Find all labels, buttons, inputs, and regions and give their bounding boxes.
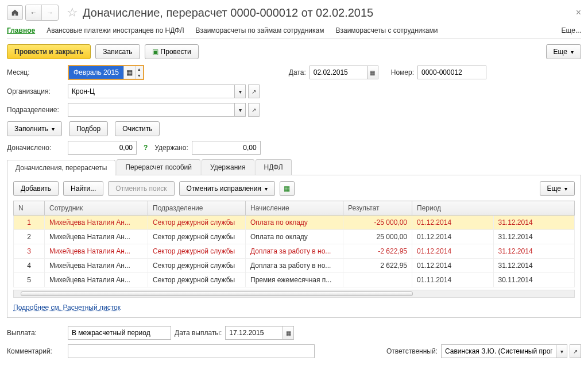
cell-n: 5 (14, 273, 45, 287)
table-row[interactable]: 1Михейцева Наталия Ан...Сектор дежурной … (14, 216, 575, 230)
find-button[interactable]: Найти... (63, 181, 103, 196)
cell-p2: 31.12.2014 (493, 244, 575, 259)
payout-date-input[interactable] (225, 326, 283, 340)
cell-p2: 31.12.2014 (493, 230, 575, 244)
cell-p1: 01.12.2014 (412, 244, 494, 259)
table-row[interactable]: 4Михейцева Наталия Ан...Сектор дежурной … (14, 259, 575, 273)
org-label: Организация: (7, 87, 64, 95)
cell-n: 1 (14, 216, 45, 230)
save-button[interactable]: Записать (95, 44, 140, 59)
close-button[interactable]: × (576, 7, 581, 18)
date-calendar-button[interactable]: ▦ (367, 66, 378, 79)
cell-dep: Сектор дежурной службы (148, 230, 246, 244)
month-up[interactable]: ▲ (135, 66, 143, 72)
cell-emp: Михейцева Наталия Ан... (45, 273, 148, 287)
calendar-icon[interactable]: ▦ (123, 66, 135, 79)
dep-input[interactable] (68, 103, 234, 117)
home-button[interactable] (7, 5, 23, 20)
more-button[interactable]: Еще▾ (546, 44, 581, 59)
th-res[interactable]: Результат (343, 201, 412, 216)
comment-input[interactable] (68, 344, 315, 358)
chevron-down-icon: ▾ (265, 186, 268, 192)
accrued-input[interactable] (68, 141, 137, 155)
post-button[interactable]: ▣ Провести (145, 44, 199, 59)
cell-dep: Сектор дежурной службы (148, 273, 246, 287)
arrow-left-icon: ← (30, 9, 37, 17)
th-nach[interactable]: Начисление (246, 201, 343, 216)
responsible-label: Ответственный: (386, 347, 438, 355)
back-button[interactable]: ← (26, 5, 42, 20)
tab-main[interactable]: Главное (7, 26, 35, 34)
accrued-label: Доначислено: (7, 144, 64, 152)
chevron-down-icon: ▾ (571, 49, 574, 55)
cancel-fix-button[interactable]: Отменить исправления▾ (179, 181, 275, 196)
cell-nach: Доплата за работу в но... (246, 244, 343, 259)
withheld-label: Удержано: (154, 144, 188, 152)
home-icon (11, 9, 19, 17)
org-open[interactable]: ↗ (248, 85, 260, 98)
th-per[interactable]: Период (412, 201, 575, 216)
dep-open[interactable]: ↗ (248, 103, 260, 117)
payout-input[interactable] (68, 326, 171, 340)
tab-advance[interactable]: Авансовые платежи иностранцев по НДФЛ (47, 26, 184, 34)
org-input[interactable] (68, 85, 234, 98)
cell-nach: Доплата за работу в но... (246, 259, 343, 273)
th-emp[interactable]: Сотрудник (45, 201, 148, 216)
tab-loans[interactable]: Взаиморасчеты по займам сотрудникам (196, 26, 324, 34)
cell-res: -25 000,00 (343, 216, 412, 230)
clear-button[interactable]: Очистить (115, 121, 160, 136)
table-icon: ▦ (284, 185, 290, 193)
comment-label: Комментарий: (7, 347, 64, 355)
cell-n: 4 (14, 259, 45, 273)
cell-n: 2 (14, 230, 45, 244)
post-and-close-button[interactable]: Провести и закрыть (7, 44, 91, 59)
page-title: Доначисление, перерасчет 0000-000012 от … (83, 6, 373, 20)
payout-date-label: Дата выплаты: (175, 329, 222, 337)
th-dep[interactable]: Подразделение (148, 201, 246, 216)
chevron-down-icon: ▾ (52, 126, 55, 132)
star-icon[interactable]: ☆ (67, 5, 78, 20)
cancel-find-button: Отменить поиск (108, 181, 174, 196)
chevron-down-icon: ▾ (564, 186, 567, 192)
th-n[interactable]: N (14, 201, 45, 216)
payout-date-calendar[interactable]: ▦ (283, 326, 294, 340)
payslip-link[interactable]: Подробнее см. Расчетный листок (13, 304, 121, 312)
cell-p1: 01.11.2014 (412, 273, 494, 287)
table-row[interactable]: 2Михейцева Наталия Ан...Сектор дежурной … (14, 230, 575, 244)
stab-ndfl[interactable]: НДФЛ (256, 159, 292, 175)
stab-withhold[interactable]: Удержания (202, 159, 254, 175)
stab-accruals[interactable]: Доначисления, перерасчеты (7, 160, 115, 175)
month-picker[interactable]: Февраль 2015 ▦ ▲ ▼ (68, 65, 144, 80)
cell-dep: Сектор дежурной службы (148, 259, 246, 273)
cell-p2: 30.11.2014 (493, 273, 575, 287)
date-input[interactable] (310, 66, 367, 79)
stab-benefits[interactable]: Перерасчет пособий (117, 159, 200, 175)
table-row[interactable]: 5Михейцева Наталия Ан...Сектор дежурной … (14, 273, 575, 287)
cell-nach: Оплата по окладу (246, 216, 343, 230)
org-dropdown[interactable]: ▾ (234, 85, 246, 98)
withheld-input[interactable] (192, 141, 261, 155)
responsible-dropdown[interactable]: ▾ (556, 344, 567, 358)
table-settings-button[interactable]: ▦ (280, 181, 295, 196)
number-input[interactable] (417, 66, 486, 79)
tab-employees[interactable]: Взаиморасчеты с сотрудниками (335, 26, 438, 34)
cell-p1: 01.12.2014 (412, 230, 494, 244)
cell-p1: 01.12.2014 (412, 259, 494, 273)
responsible-open[interactable]: ↗ (570, 344, 581, 358)
horizontal-scrollbar[interactable] (13, 290, 575, 298)
add-button[interactable]: Добавить (13, 181, 59, 196)
help-button[interactable]: ? (144, 144, 148, 152)
cell-dep: Сектор дежурной службы (148, 216, 246, 230)
table-row[interactable]: 3Михейцева Наталия Ан...Сектор дежурной … (14, 244, 575, 259)
scrollbar-thumb[interactable] (21, 291, 413, 296)
fill-button[interactable]: Заполнить▾ (7, 121, 62, 136)
cell-emp: Михейцева Наталия Ан... (45, 216, 148, 230)
cell-res: 25 000,00 (343, 230, 412, 244)
month-down[interactable]: ▼ (135, 72, 143, 79)
tab-more[interactable]: Еще... (562, 26, 581, 34)
dep-dropdown[interactable]: ▾ (234, 103, 246, 117)
responsible-input[interactable] (441, 344, 556, 358)
forward-button[interactable]: → (42, 5, 58, 20)
panel-more-button[interactable]: Еще▾ (540, 181, 575, 196)
pick-button[interactable]: Подбор (69, 121, 108, 136)
